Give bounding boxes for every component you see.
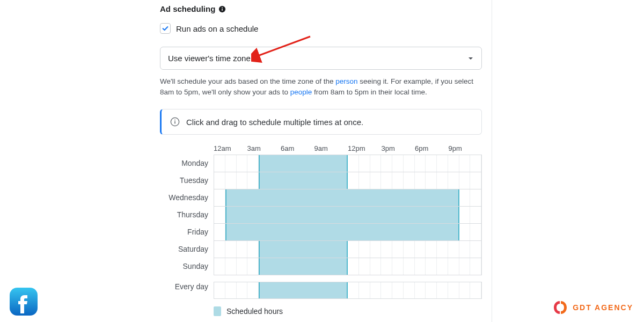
schedule-grid-rows xyxy=(214,155,482,299)
help-part3: from 8am to 5pm in their local time. xyxy=(312,88,427,96)
schedule-day-labels: Monday Tuesday Wednesday Thursday Friday… xyxy=(160,155,214,299)
schedule-row-friday[interactable] xyxy=(214,224,481,241)
day-label: Saturday xyxy=(160,240,214,258)
day-label: Every day xyxy=(160,281,214,292)
panel-divider xyxy=(492,0,492,322)
info-icon[interactable] xyxy=(218,5,226,13)
schedule-row-wednesday[interactable] xyxy=(214,189,481,207)
people-link[interactable]: people xyxy=(290,88,312,96)
day-label: Sunday xyxy=(160,258,214,275)
gdt-mark-icon xyxy=(552,299,568,316)
schedule-body: Monday Tuesday Wednesday Thursday Friday… xyxy=(160,155,482,299)
info-circle-icon xyxy=(170,117,180,127)
caret-down-icon xyxy=(467,55,474,62)
svg-rect-1 xyxy=(222,8,223,10)
timezone-select-value: Use viewer's time zone xyxy=(168,54,251,63)
schedule-row-tuesday[interactable] xyxy=(214,172,481,189)
scheduled-block[interactable] xyxy=(259,155,348,172)
section-title-row: Ad scheduling xyxy=(160,4,482,13)
hour-label: 3pm xyxy=(382,144,415,152)
gdt-agency-logo: GDT AGENCY xyxy=(552,299,633,316)
scheduled-block[interactable] xyxy=(225,224,459,240)
gdt-text: GDT AGENCY xyxy=(573,303,633,312)
schedule-row-saturday[interactable] xyxy=(214,241,481,258)
day-label: Friday xyxy=(160,223,214,240)
schedule-row-sunday[interactable] xyxy=(214,258,481,275)
day-label: Monday xyxy=(160,155,214,172)
run-schedule-checkbox[interactable] xyxy=(160,23,171,34)
hour-label: 12am xyxy=(214,144,247,152)
day-label: Thursday xyxy=(160,206,214,223)
schedule-hour-labels: 12am 3am 6am 9am 12pm 3pm 6pm 9pm xyxy=(160,144,482,152)
hour-label: 9am xyxy=(314,144,348,152)
svg-point-2 xyxy=(222,7,223,8)
timezone-help-text: We'll schedule your ads based on the tim… xyxy=(160,76,482,97)
schedule-legend: Scheduled hours xyxy=(214,306,482,316)
facebook-logo xyxy=(8,286,40,318)
drag-hint-banner: Click and drag to schedule multiple time… xyxy=(160,109,482,135)
hour-label: 9pm xyxy=(449,144,482,152)
section-title: Ad scheduling xyxy=(160,4,215,13)
schedule-grid: 12am 3am 6am 9am 12pm 3pm 6pm 9pm Monday… xyxy=(160,144,482,316)
hour-label: 6am xyxy=(281,144,314,152)
timezone-select[interactable]: Use viewer's time zone xyxy=(160,47,482,70)
help-part1: We'll schedule your ads based on the tim… xyxy=(160,77,335,85)
day-label: Tuesday xyxy=(160,172,214,189)
scheduled-block[interactable] xyxy=(259,258,348,275)
day-label: Wednesday xyxy=(160,189,214,206)
hour-label: 12pm xyxy=(348,144,382,152)
schedule-row-thursday[interactable] xyxy=(214,207,481,224)
scheduled-block[interactable] xyxy=(225,207,459,223)
scheduled-block[interactable] xyxy=(259,282,348,298)
hour-label: 6pm xyxy=(415,144,449,152)
svg-rect-4 xyxy=(174,121,175,124)
run-schedule-label: Run ads on a schedule xyxy=(176,24,258,33)
schedule-row-monday[interactable] xyxy=(214,155,481,172)
svg-point-5 xyxy=(174,120,175,121)
scheduled-block[interactable] xyxy=(225,189,459,206)
ad-scheduling-panel: Ad scheduling Run ads on a schedule Use … xyxy=(160,0,482,316)
scheduled-block[interactable] xyxy=(259,241,348,258)
schedule-row-everyday[interactable] xyxy=(214,282,482,299)
scheduled-block[interactable] xyxy=(259,172,348,189)
hour-label: 3am xyxy=(247,144,281,152)
legend-swatch xyxy=(214,306,221,316)
drag-hint-text: Click and drag to schedule multiple time… xyxy=(186,118,363,127)
run-schedule-row: Run ads on a schedule xyxy=(160,23,482,34)
legend-label: Scheduled hours xyxy=(226,307,283,316)
person-link[interactable]: person xyxy=(335,77,357,85)
